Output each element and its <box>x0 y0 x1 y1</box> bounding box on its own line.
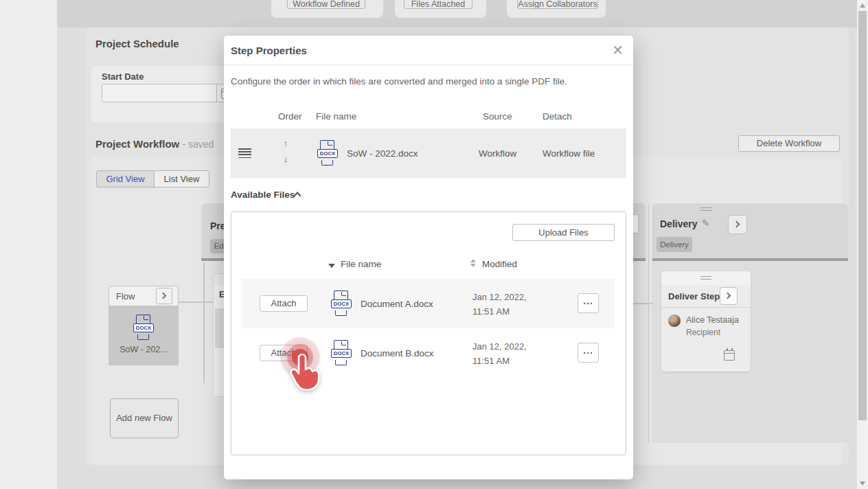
attached-file-name: SoW - 2022.docx <box>347 148 418 159</box>
chevron-right-icon <box>724 293 731 299</box>
modal-header: Step Properties ✕ <box>224 36 633 65</box>
start-date-input[interactable] <box>102 84 237 102</box>
modified-date: Jan 12, 2022, 11:51 AM <box>472 339 527 368</box>
project-workflow-title: Project Workflow - saved <box>95 138 214 150</box>
grid-view-button[interactable]: Grid View <box>96 170 155 187</box>
delivery-column-title: Delivery <box>660 218 697 229</box>
modal-title: Step Properties <box>231 45 307 56</box>
attached-file-detach: Workflow file <box>542 148 595 159</box>
flow-expand-button[interactable] <box>156 288 172 304</box>
modified-date-line1: Jan 12, 2022, <box>472 290 527 304</box>
sort-down-icon[interactable] <box>470 264 476 267</box>
delivery-column-header: Delivery ✎ Delivery <box>652 203 848 258</box>
assignee-name: Alice Testaaja <box>686 315 739 325</box>
files-modified-header[interactable]: Modified <box>482 259 517 269</box>
attach-button-document-b[interactable]: Attach <box>260 345 308 361</box>
calendar-icon[interactable] <box>724 350 735 361</box>
flow-card-body[interactable]: DOCX SoW - 202... <box>108 306 179 365</box>
docx-foot-shape <box>137 334 149 340</box>
assign-collaborators-button[interactable]: Assign Collaborators <box>517 0 598 9</box>
move-down-button[interactable]: ↓ <box>280 154 291 164</box>
scrollbar-down-arrow[interactable] <box>860 481 865 486</box>
file-name: Document A.docx <box>361 299 433 309</box>
flow-card-header: Flow <box>108 286 179 306</box>
docx-page-shape <box>334 340 348 350</box>
files-attached-button[interactable]: Files Attached <box>404 0 472 9</box>
attached-file-source: Workflow <box>479 148 516 159</box>
detach-column-header: Detach <box>542 111 572 122</box>
file-name: Document B.docx <box>361 348 434 359</box>
modified-date-line2: 11:51 AM <box>472 304 527 319</box>
docx-file-icon: DOCX <box>133 315 154 340</box>
project-schedule-title: Project Schedule <box>95 38 179 49</box>
column-boundary-line <box>648 203 649 443</box>
file-row-document-a: Attach DOCX Document A.docx Jan 12, 2022… <box>242 279 615 328</box>
docx-page-shape <box>136 315 150 324</box>
add-new-flow-button[interactable]: Add new Flow <box>110 398 179 438</box>
workflow-saved-status: - saved <box>182 139 214 150</box>
attached-file-row: ↑ ↓ DOCX SoW - 2022.docx Workflow Workfl… <box>231 128 626 178</box>
source-column-header: Source <box>483 111 512 122</box>
files-filename-header[interactable]: File name <box>341 259 381 269</box>
flow-file-name: SoW - 202... <box>108 345 179 354</box>
drag-handle-icon[interactable] <box>238 148 251 158</box>
upload-files-button[interactable]: Upload Files <box>512 224 615 241</box>
chevron-right-icon <box>733 221 740 228</box>
project-workflow-title-text: Project Workflow <box>95 138 179 150</box>
file-row-document-b: Attach DOCX Document B.docx Jan 12, 2022… <box>242 328 615 378</box>
chevron-right-icon <box>160 293 167 299</box>
docx-file-icon: DOCX <box>331 340 352 365</box>
step-properties-modal: Step Properties ✕ Configure the order in… <box>224 36 633 479</box>
row-menu-button[interactable]: ... <box>578 343 599 363</box>
scrollbar-up-arrow[interactable] <box>860 3 865 8</box>
modified-date-line2: 11:51 AM <box>472 354 527 368</box>
sort-up-icon[interactable] <box>470 259 476 262</box>
docx-foot-shape <box>335 310 347 316</box>
assignee-role: Recipient <box>686 328 720 337</box>
docx-foot-shape <box>335 360 347 365</box>
app-root: Workflow Defined Files Attached Assign C… <box>0 0 868 489</box>
docx-page-shape <box>334 291 348 300</box>
docx-foot-shape <box>321 160 333 166</box>
delete-workflow-button[interactable]: Delete Workflow <box>738 135 840 152</box>
delivery-tag: Delivery <box>656 237 692 252</box>
deliver-step-title-row: Deliver Step <box>661 285 751 308</box>
row-menu-button[interactable]: ... <box>578 293 599 313</box>
deliver-step-title: Deliver Step <box>668 291 720 302</box>
flow-card-title: Flow <box>116 291 135 302</box>
column-connector-line <box>203 262 205 383</box>
drag-handle-icon[interactable] <box>700 276 711 280</box>
modal-description: Configure the order in which files are c… <box>231 76 567 87</box>
drag-handle-icon[interactable] <box>700 207 711 211</box>
available-files-label: Available Files <box>231 190 295 200</box>
docx-file-icon: DOCX <box>317 140 338 166</box>
modified-date-line1: Jan 12, 2022, <box>472 339 527 354</box>
order-column-header: Order <box>278 111 302 122</box>
docx-page-shape <box>320 140 334 150</box>
edit-pencil-icon[interactable]: ✎ <box>702 218 710 229</box>
attach-button-document-a[interactable]: Attach <box>260 295 308 312</box>
docx-label: DOCX <box>331 349 352 358</box>
workflow-defined-button[interactable]: Workflow Defined <box>287 0 365 9</box>
modified-date: Jan 12, 2022, 11:51 AM <box>472 290 527 319</box>
delivery-expand-button[interactable] <box>728 215 747 234</box>
deliver-step-expand-button[interactable] <box>720 287 738 305</box>
docx-file-icon: DOCX <box>331 291 352 316</box>
start-date-label: Start Date <box>102 71 144 82</box>
deliver-step-strip <box>661 271 751 285</box>
list-view-button[interactable]: List View <box>154 170 209 187</box>
scrollbar-thumb[interactable] <box>858 11 867 420</box>
sort-desc-icon[interactable] <box>328 264 335 268</box>
available-files-panel: Upload Files File name Modified Attach D… <box>231 212 626 455</box>
deliver-step-card: Deliver Step Alice Testaaja Recipient <box>661 271 751 372</box>
avatar <box>667 314 681 328</box>
flow-connector-line <box>173 302 213 303</box>
filename-column-header: File name <box>316 111 356 122</box>
docx-label: DOCX <box>331 299 352 308</box>
close-icon[interactable]: ✕ <box>612 42 624 58</box>
docx-label: DOCX <box>133 323 154 332</box>
docx-label: DOCX <box>317 149 338 158</box>
move-up-button[interactable]: ↑ <box>280 138 291 148</box>
